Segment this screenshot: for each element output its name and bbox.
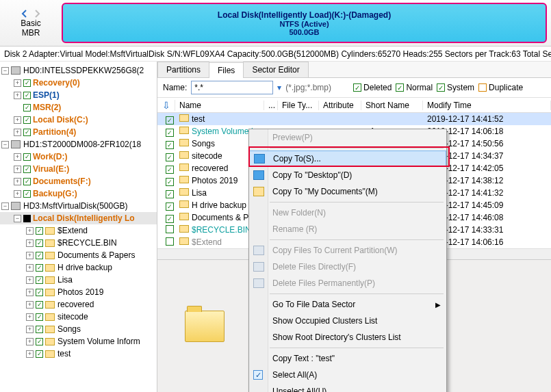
- menu-show-occupied[interactable]: Show Occupied Clusters List: [249, 313, 446, 329]
- tree-item[interactable]: +Photos 2019: [0, 286, 157, 298]
- tree-checkbox[interactable]: [36, 239, 43, 247]
- tree-item[interactable]: +Lisa: [0, 274, 157, 286]
- tree-item[interactable]: +sitecode: [0, 311, 157, 323]
- menu-select-all[interactable]: ✓Select All(A): [249, 367, 446, 383]
- header-shortname[interactable]: Short Name: [361, 101, 423, 110]
- tree-toggle-icon[interactable]: +: [14, 178, 21, 185]
- tree-checkbox[interactable]: [36, 301, 43, 309]
- tree-checkbox[interactable]: [36, 252, 43, 259]
- tree-toggle-icon[interactable]: +: [14, 116, 21, 124]
- menu-delete-directly[interactable]: Delete Files Directly(F): [249, 259, 446, 275]
- tree-toggle-icon[interactable]: +: [14, 153, 21, 161]
- tree-checkbox[interactable]: [23, 79, 31, 87]
- tree-item[interactable]: +test: [0, 348, 157, 360]
- header-name[interactable]: Name: [175, 101, 264, 110]
- row-checkbox[interactable]: [166, 190, 174, 198]
- menu-copy-to-desktop[interactable]: Copy To "Desktop"(D): [249, 167, 446, 183]
- tab-sector-editor[interactable]: Sector Editor: [243, 62, 308, 77]
- tree-item[interactable]: −HD1:ST2000DM008-2FR102(18: [0, 138, 157, 151]
- row-checkbox[interactable]: [166, 129, 174, 137]
- tree-checkbox[interactable]: [23, 190, 31, 198]
- tree-checkbox[interactable]: [36, 227, 43, 235]
- tree-checkbox[interactable]: [36, 326, 43, 333]
- tree-checkbox[interactable]: [36, 264, 43, 272]
- menu-new-folder[interactable]: New Folder(N): [249, 205, 446, 221]
- row-checkbox[interactable]: [166, 237, 174, 246]
- tree-toggle-icon[interactable]: +: [14, 166, 21, 173]
- tree-item[interactable]: −Local Disk(Intelligently Lo: [0, 212, 157, 224]
- tab-partitions[interactable]: Partitions: [157, 62, 209, 77]
- tree-checkbox[interactable]: [23, 178, 31, 185]
- table-row[interactable]: test2019-12-17 14:41:52: [157, 113, 551, 125]
- tree-toggle-icon[interactable]: +: [26, 252, 34, 259]
- tree-item[interactable]: +Local Disk(C:): [0, 114, 157, 126]
- tree-checkbox[interactable]: [23, 153, 31, 161]
- tree-toggle-icon[interactable]: +: [26, 301, 34, 309]
- menu-goto-sector[interactable]: Go To File Data Sector▶: [249, 296, 446, 313]
- tree-toggle-icon[interactable]: +: [26, 326, 34, 333]
- menu-copy-to-partition[interactable]: Copy Files To Current Partition(W): [249, 242, 446, 259]
- row-checkbox[interactable]: [166, 215, 174, 223]
- tree-checkbox[interactable]: [36, 350, 43, 358]
- row-checkbox[interactable]: [166, 178, 174, 186]
- filter-dropdown-icon[interactable]: ▾: [277, 83, 281, 92]
- filter-duplicate-checkbox[interactable]: Duplicate: [478, 83, 523, 92]
- tree-toggle-icon[interactable]: +: [26, 350, 34, 358]
- tree-checkbox[interactable]: [23, 104, 31, 112]
- tree-toggle-icon[interactable]: +: [14, 129, 21, 136]
- tree-item[interactable]: +System Volume Inform: [0, 335, 157, 348]
- tree-checkbox[interactable]: [36, 338, 43, 345]
- tree-toggle-icon[interactable]: +: [26, 289, 34, 296]
- tree-item[interactable]: +Documents & Papers: [0, 249, 157, 261]
- tree-toggle-icon[interactable]: −: [14, 215, 21, 222]
- tree-item[interactable]: −HD3:MsftVirtualDisk(500GB): [0, 200, 157, 212]
- tree-item[interactable]: +Work(D:): [0, 151, 157, 163]
- header-attribute[interactable]: Attribute: [319, 101, 361, 110]
- header-filetype[interactable]: File Ty...: [278, 101, 319, 110]
- filter-normal-checkbox[interactable]: Normal: [396, 83, 433, 92]
- tree-toggle-icon[interactable]: +: [26, 264, 34, 272]
- tree-item[interactable]: +recovered: [0, 298, 157, 311]
- tree-item[interactable]: +$Extend: [0, 224, 157, 237]
- disk-tree[interactable]: −HD0:INTELSSDPEKKW256G8(2+Recovery(0)+ES…: [0, 62, 157, 392]
- tree-checkbox[interactable]: [23, 116, 31, 124]
- filter-system-checkbox[interactable]: System: [437, 83, 474, 92]
- menu-copy-to[interactable]: Copy To(S)...: [249, 151, 446, 167]
- header-check-all[interactable]: ⇩: [157, 100, 175, 111]
- tree-toggle-icon[interactable]: +: [26, 338, 34, 345]
- tree-toggle-icon[interactable]: +: [14, 92, 21, 99]
- tree-toggle-icon[interactable]: +: [26, 276, 34, 284]
- tree-toggle-icon[interactable]: −: [1, 141, 9, 148]
- filter-name-input[interactable]: [191, 81, 273, 94]
- tree-item[interactable]: +Partition(4): [0, 126, 157, 138]
- menu-delete-permanently[interactable]: Delete Files Permanently(P): [249, 275, 446, 291]
- tree-item[interactable]: +ESP(1): [0, 89, 157, 101]
- row-checkbox[interactable]: [166, 225, 174, 233]
- tree-item[interactable]: −HD0:INTELSSDPEKKW256G8(2: [0, 64, 157, 77]
- tree-toggle-icon[interactable]: −: [1, 202, 9, 210]
- tab-files[interactable]: Files: [209, 62, 244, 78]
- tree-item[interactable]: +Documents(F:): [0, 175, 157, 187]
- tree-toggle-icon[interactable]: +: [14, 79, 21, 87]
- tree-item[interactable]: +Backup(G:): [0, 187, 157, 200]
- back-arrow-icon[interactable]: [20, 9, 29, 18]
- row-checkbox[interactable]: [166, 116, 174, 125]
- tree-checkbox[interactable]: [23, 129, 31, 136]
- menu-preview[interactable]: Preview(P): [249, 129, 446, 146]
- tree-item[interactable]: MSR(2): [0, 101, 157, 114]
- tree-checkbox[interactable]: [36, 289, 43, 296]
- tree-item[interactable]: +Recovery(0): [0, 77, 157, 89]
- disk-banner[interactable]: Local Disk(Intelligently Load)(K:)-(Dama…: [62, 3, 547, 43]
- tree-toggle-icon[interactable]: +: [26, 313, 34, 321]
- tree-toggle-icon[interactable]: +: [14, 190, 21, 198]
- menu-rename[interactable]: Rename (R): [249, 221, 446, 237]
- tree-checkbox[interactable]: [23, 215, 31, 222]
- tree-checkbox[interactable]: [23, 92, 31, 99]
- forward-arrow-icon[interactable]: [32, 9, 42, 18]
- tree-item[interactable]: +$RECYCLE.BIN: [0, 237, 157, 249]
- tree-item[interactable]: +H drive backup: [0, 261, 157, 274]
- filter-deleted-checkbox[interactable]: Deleted: [353, 83, 392, 92]
- row-checkbox[interactable]: [166, 141, 174, 149]
- tree-toggle-icon[interactable]: +: [26, 227, 34, 235]
- row-checkbox[interactable]: [166, 166, 174, 174]
